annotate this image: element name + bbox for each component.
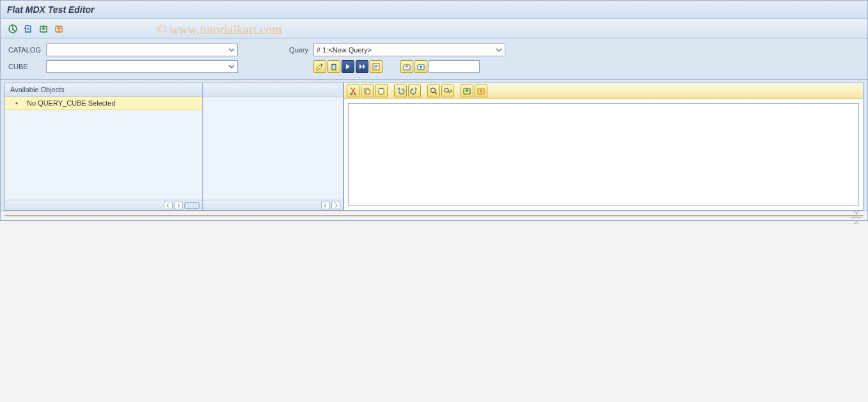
paste-icon[interactable]	[375, 84, 388, 97]
app-window: Flat MDX Test Editor CATALOG CUBE	[0, 0, 868, 221]
chevron-down-icon	[496, 47, 502, 53]
nav-right-icon[interactable]	[331, 202, 340, 209]
execute-step-icon[interactable]	[342, 60, 354, 73]
available-objects-panel: Available Objects No QUERY_CUBE Selected	[4, 83, 203, 211]
nav-left-icon[interactable]	[164, 202, 173, 209]
query-label: Query	[289, 46, 308, 54]
list-item[interactable]: No QUERY_CUBE Selected	[5, 97, 202, 110]
middle-header-blank	[203, 83, 343, 97]
svg-rect-11	[379, 88, 384, 94]
fast-forward-icon[interactable]	[356, 60, 368, 73]
svg-rect-3	[332, 65, 336, 70]
cube-label: CUBE	[8, 63, 41, 70]
export-icon[interactable]	[53, 23, 65, 35]
save-icon[interactable]	[414, 60, 427, 73]
svg-rect-12	[380, 88, 383, 89]
available-objects-header: Available Objects	[5, 83, 202, 97]
selection-panel: CATALOG CUBE Query # 1:<New Query>	[1, 38, 867, 80]
middle-blank-panel	[203, 83, 343, 211]
cut-icon[interactable]	[347, 84, 359, 97]
execute-icon[interactable]	[7, 23, 19, 35]
catalog-dropdown[interactable]	[46, 44, 238, 56]
find-next-icon[interactable]	[441, 84, 454, 97]
find-icon[interactable]	[427, 84, 440, 97]
redo-icon[interactable]	[408, 84, 421, 97]
chevron-down-icon	[228, 47, 235, 53]
import-icon[interactable]	[38, 23, 49, 35]
column-resize-handle[interactable]	[184, 202, 200, 209]
svg-point-14	[445, 88, 448, 92]
load-icon[interactable]	[400, 60, 413, 73]
left-scroll-nav	[5, 200, 202, 210]
query-toolbar	[313, 60, 383, 73]
import-icon[interactable]	[461, 84, 473, 97]
scroll-down-icon[interactable]	[852, 207, 861, 218]
middle-panels: Available Objects No QUERY_CUBE Selected	[1, 80, 867, 211]
undo-icon[interactable]	[394, 84, 407, 97]
output-panel	[4, 215, 864, 216]
scroll-up-icon[interactable]	[852, 218, 861, 228]
nav-left-icon[interactable]	[321, 202, 330, 209]
query-toolbar-right	[400, 60, 480, 73]
output-scrollbar[interactable]	[851, 217, 862, 218]
editor-toolbar	[344, 83, 863, 99]
chevron-down-icon	[228, 63, 235, 70]
show-text-icon[interactable]	[370, 60, 383, 73]
svg-point-13	[431, 88, 436, 93]
mid-scroll-nav	[203, 200, 343, 210]
cube-dropdown[interactable]	[46, 60, 238, 73]
delete-icon[interactable]	[327, 60, 340, 73]
mdx-editor-panel	[343, 83, 864, 211]
svg-rect-10	[366, 90, 370, 94]
catalog-label: CATALOG	[8, 46, 41, 54]
export-icon[interactable]	[475, 84, 487, 97]
main-toolbar	[1, 19, 867, 38]
edit-icon[interactable]	[313, 60, 326, 73]
available-objects-body: No QUERY_CUBE Selected	[5, 97, 202, 200]
nav-right-icon[interactable]	[174, 202, 183, 209]
query-dropdown[interactable]: # 1:<New Query>	[313, 44, 505, 56]
history-icon[interactable]	[22, 23, 34, 35]
copy-icon[interactable]	[361, 84, 374, 97]
query-name-input[interactable]	[429, 60, 480, 73]
window-title: Flat MDX Test Editor	[1, 1, 867, 19]
mdx-editor-textarea[interactable]	[348, 103, 859, 206]
query-value: # 1:<New Query>	[317, 46, 493, 54]
